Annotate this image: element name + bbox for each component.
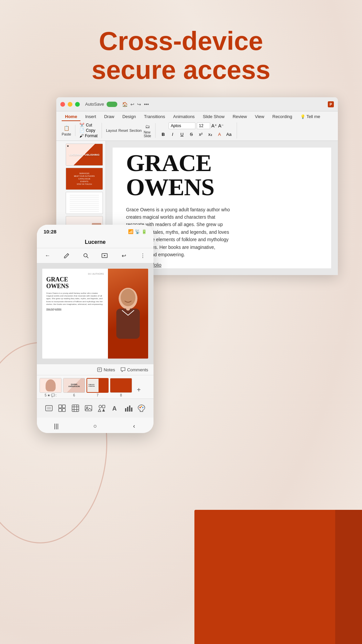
slide-8-thumbnail[interactable]: [110, 378, 132, 393]
minimize-button[interactable]: [68, 102, 72, 107]
color-icon: [137, 404, 145, 412]
present-button[interactable]: [99, 250, 110, 261]
reset-button[interactable]: Reset: [118, 128, 128, 132]
comments-button[interactable]: Comments: [120, 367, 148, 372]
ribbon-tabs: Home Insert Draw Design Transitions Anim…: [56, 111, 338, 121]
tab-animations[interactable]: Animations: [170, 113, 198, 121]
underline-button[interactable]: U: [178, 130, 186, 138]
slide-2-thumbnail[interactable]: SERVICES MEET OUR AUTHORS CATALOGUE EVEN…: [66, 168, 103, 190]
tab-design[interactable]: Design: [119, 113, 139, 121]
svg-point-35: [142, 407, 143, 408]
more-options-button[interactable]: ⋮: [137, 250, 148, 261]
signal-icon: 📡: [135, 229, 140, 234]
slide-3-thumbnail[interactable]: [66, 192, 103, 214]
font-color-button[interactable]: A: [216, 130, 223, 138]
more-badge-icon: :: [56, 393, 57, 397]
heading-area: Cross-device secure access: [0, 0, 362, 98]
home-icon: 🏠: [122, 102, 128, 107]
slides-view-icon: [45, 404, 53, 412]
maximize-button[interactable]: [75, 102, 80, 107]
tab-draw[interactable]: Draw: [101, 113, 118, 121]
back-button[interactable]: ←: [42, 250, 53, 261]
format-button[interactable]: 🖌 Format: [79, 133, 98, 138]
color-button[interactable]: [135, 402, 147, 414]
add-slide-button[interactable]: +: [133, 382, 144, 397]
tab-insert[interactable]: Insert: [82, 113, 100, 121]
decrease-font-icon[interactable]: A⁻: [218, 123, 224, 128]
font-size-selector[interactable]: 12: [197, 122, 210, 129]
undo-icon[interactable]: ↩: [130, 102, 134, 107]
home-button[interactable]: ○: [90, 421, 100, 431]
ribbon-tools: 📋 Paste ✂️ Cut 📄 Copy 🖌 Format: [56, 121, 338, 141]
svg-marker-3: [104, 255, 106, 256]
strikethrough-button[interactable]: S: [188, 130, 195, 138]
tab-recording[interactable]: Recording: [269, 113, 296, 121]
section-button[interactable]: Section: [129, 128, 142, 132]
autosave-label: AutoSave: [85, 102, 104, 107]
slide-1-thumbnail[interactable]: LUCERNE PUBLISHING ★: [66, 144, 103, 166]
tab-slideshow[interactable]: Slide Show: [199, 113, 228, 121]
bold-button[interactable]: B: [160, 130, 167, 138]
search-button[interactable]: [80, 250, 91, 261]
svg-marker-26: [98, 409, 101, 412]
mobile-status-icons: 📶 📡 🔋: [128, 229, 147, 234]
slide-6-text: QUINNANDERSON: [68, 383, 80, 387]
more-icon[interactable]: •••: [144, 102, 149, 107]
copy-button[interactable]: 📄 Copy: [79, 128, 95, 133]
slides-view-button[interactable]: [43, 402, 55, 414]
tab-home[interactable]: Home: [62, 113, 80, 121]
slide-7-left: GRACEOWENS: [87, 379, 98, 392]
text-button[interactable]: A: [109, 402, 121, 414]
image-insert-button[interactable]: [82, 402, 95, 414]
redo-icon[interactable]: ↪: [137, 102, 141, 107]
slide-2-container: 2 SERVICES MEET OUR AUTHORS CATALOGUE EV…: [59, 168, 103, 190]
tab-transitions[interactable]: Transitions: [140, 113, 168, 121]
desktop-titlebar: AutoSave 🏠 ↩ ↪ ••• P: [56, 97, 338, 111]
close-button[interactable]: [60, 102, 65, 107]
slide-7-thumbnail[interactable]: GRACEOWENS: [86, 378, 109, 393]
superscript-button[interactable]: x²: [197, 130, 204, 138]
italic-button[interactable]: I: [169, 130, 176, 138]
menu-item-events: EVENTS: [80, 180, 88, 182]
undo-button[interactable]: ↩: [118, 250, 129, 261]
mobile-slide-link[interactable]: View full portfolio: [46, 308, 104, 310]
mobile-slide-left: 04 / AUTHORS GRACE OWENS Grace Owens is …: [42, 269, 108, 359]
layout-group: Layout Reset Section: [106, 128, 141, 132]
slide-5-thumbnail[interactable]: [40, 378, 62, 393]
notes-button[interactable]: Notes: [97, 367, 115, 372]
increase-font-icon[interactable]: A⁺: [212, 123, 217, 128]
autosave-toggle[interactable]: [107, 102, 117, 107]
mobile-slide-photo-area: [108, 269, 148, 359]
slide-5-number: 5 ★ 💬 :: [45, 393, 56, 397]
comment-badge-icon: 💬: [51, 393, 55, 397]
subscript-button[interactable]: x₂: [206, 130, 214, 138]
text-case-button[interactable]: Aa: [225, 130, 233, 138]
grid-view-button[interactable]: [69, 402, 81, 414]
thumbnail-view-icon: [58, 404, 66, 412]
app-menu-button[interactable]: |||: [51, 421, 61, 431]
tab-review[interactable]: Review: [229, 113, 250, 121]
svg-rect-16: [62, 409, 65, 412]
shapes-button[interactable]: [96, 402, 108, 414]
font-name-selector[interactable]: Aptos: [169, 122, 195, 129]
slide-6-number: 6: [73, 393, 75, 397]
paste-button[interactable]: 📋 Paste: [62, 125, 71, 136]
layout-button[interactable]: Layout: [106, 128, 117, 132]
pen-tool-button[interactable]: [61, 250, 72, 261]
back-nav-button[interactable]: ‹: [129, 421, 139, 431]
tab-view[interactable]: View: [252, 113, 268, 121]
slide-6-thumbnail[interactable]: QUINNANDERSON: [63, 378, 85, 393]
new-slide-button[interactable]: 🗂 New Slide: [144, 123, 151, 138]
slide-portfolio-link[interactable]: View full portfolio: [126, 262, 318, 268]
thumbnail-view-button[interactable]: [56, 402, 68, 414]
slide-8-container: 8: [110, 378, 132, 397]
cut-button[interactable]: ✂️ Cut: [79, 123, 92, 127]
slide-2-preview: SERVICES MEET OUR AUTHORS CATALOGUE EVEN…: [66, 168, 103, 190]
chart-button[interactable]: [122, 402, 134, 414]
mobile-toolbar: ← ↩ ⋮: [37, 248, 154, 263]
notes-label: Notes: [104, 367, 115, 372]
mobile-slide-name-line1: GRACE: [46, 276, 104, 283]
slide-3-preview: [66, 192, 103, 214]
paintbrush-icon: 🖌: [79, 133, 83, 138]
tab-tellme[interactable]: 💡 Tell me: [297, 113, 324, 121]
